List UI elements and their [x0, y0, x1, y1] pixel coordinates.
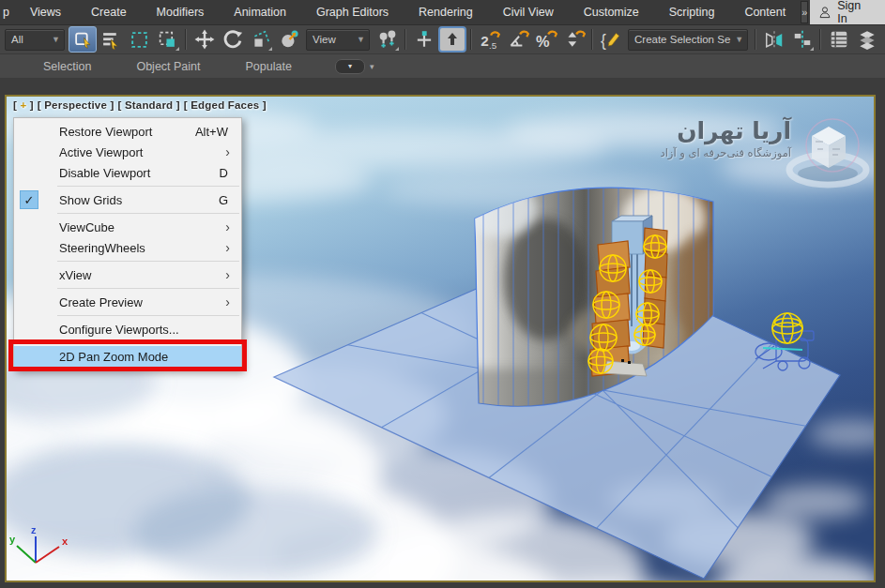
- snap-cross-icon: [414, 29, 435, 50]
- reference-coordinate-dropdown[interactable]: View ▼: [306, 29, 370, 51]
- menu-item-configure-viewports[interactable]: Configure Viewports...: [14, 319, 241, 339]
- edit-named-selection-sets-button[interactable]: {: [597, 26, 624, 53]
- select-and-place-button[interactable]: [275, 26, 302, 53]
- snap-25d-icon: 2 .5: [479, 28, 501, 51]
- named-selection-set-dropdown[interactable]: Create Selection Se ▼: [628, 29, 748, 51]
- sign-in-button[interactable]: Sign In: [810, 0, 885, 24]
- check-slot: [20, 163, 38, 182]
- menu-item-disable-viewport[interactable]: Disable Viewport D: [14, 162, 241, 183]
- rectangular-selection-icon: [130, 30, 149, 50]
- use-center-icon: [377, 29, 398, 50]
- main-toolbar: All ▼: [0, 25, 885, 53]
- submenu-arrow-icon: ›: [225, 240, 230, 255]
- select-and-move-button[interactable]: [191, 26, 218, 53]
- percent-snap-button[interactable]: %: [532, 26, 559, 53]
- menu-item-2d-pan-zoom-mode[interactable]: 2D Pan Zoom Mode: [14, 346, 241, 367]
- chevron-down-icon: ▼: [52, 35, 60, 44]
- align-button[interactable]: [788, 26, 816, 53]
- ribbon-minimize-button[interactable]: ▾: [335, 59, 365, 74]
- scene-explorer-icon: [829, 29, 849, 50]
- viewport-shading-menu[interactable]: Standard: [117, 99, 179, 111]
- menubar-item-scripting[interactable]: Scripting: [654, 0, 730, 24]
- check-slot: [20, 265, 38, 284]
- select-object-button[interactable]: [69, 26, 97, 53]
- menu-item-restore-viewport[interactable]: Restore Viewport Alt+W: [14, 121, 241, 142]
- spinner-snap-icon: [563, 28, 586, 51]
- up-arrow-icon: [443, 30, 462, 49]
- menu-item-active-viewport[interactable]: Active Viewport ›: [14, 142, 241, 162]
- chevron-down-icon: ▼: [735, 35, 743, 44]
- place-icon: [279, 29, 299, 50]
- toggle-scene-explorer-button[interactable]: [825, 26, 852, 53]
- menu-separator: [57, 288, 239, 289]
- svg-text:%: %: [536, 33, 550, 50]
- menu-separator: [57, 261, 239, 262]
- menubar-item-modifiers[interactable]: Modifiers: [142, 0, 220, 24]
- select-by-name-button[interactable]: [98, 26, 125, 53]
- snaps-toggle-button[interactable]: [438, 26, 466, 53]
- check-slot: [20, 293, 38, 311]
- submenu-arrow-icon: ›: [225, 144, 230, 159]
- select-by-name-icon: [101, 30, 121, 50]
- toolbar-divider: [185, 29, 187, 50]
- menubar-item-graph-editors[interactable]: Graph Editors: [301, 0, 404, 24]
- snap-cross-button[interactable]: [410, 26, 437, 53]
- menubar-item-create[interactable]: Create: [76, 0, 142, 24]
- move-icon: [194, 29, 215, 50]
- viewport-mode-menu[interactable]: Edged Faces: [184, 99, 267, 111]
- window-crossing-icon: [158, 30, 177, 50]
- menu-item-viewcube[interactable]: ViewCube ›: [14, 217, 241, 237]
- toolbar-divider: [819, 29, 821, 50]
- ribbon-tab-selection[interactable]: Selection: [21, 60, 114, 73]
- ribbon-options-caret[interactable]: ▾: [370, 62, 374, 71]
- svg-text:{: {: [601, 31, 606, 50]
- watermark-subtitle: آموزشگاه فنی‌حرفه ای و آزاد: [661, 146, 791, 159]
- layer-explorer-icon: [857, 29, 877, 50]
- window-crossing-toggle-button[interactable]: [154, 26, 181, 53]
- menubar-item-views[interactable]: Views: [15, 0, 76, 24]
- ribbon-tab-populate[interactable]: Populate: [223, 60, 314, 73]
- axis-z-label: z: [31, 524, 37, 535]
- selection-filter-dropdown[interactable]: All ▼: [5, 29, 65, 51]
- menu-item-steeringwheels[interactable]: SteeringWheels ›: [14, 237, 241, 258]
- align-icon: [792, 29, 813, 50]
- mirror-button[interactable]: [760, 26, 787, 53]
- submenu-arrow-icon: ›: [225, 294, 230, 309]
- toolbar-divider: [404, 29, 406, 50]
- toolbar-divider: [470, 29, 472, 50]
- menubar-item-civil-view[interactable]: Civil View: [488, 0, 569, 24]
- menubar-item-customize[interactable]: Customize: [569, 0, 654, 24]
- select-object-icon: [73, 30, 93, 50]
- viewport-general-menu[interactable]: +: [13, 99, 34, 111]
- menu-separator: [57, 213, 239, 214]
- ribbon-tab-object-paint[interactable]: Object Paint: [114, 60, 222, 73]
- rotate-icon: [222, 29, 243, 50]
- spinner-snap-button[interactable]: [560, 26, 587, 53]
- menubar-overflow-button[interactable]: »: [801, 1, 808, 23]
- select-and-rotate-button[interactable]: [219, 26, 246, 53]
- menubar-item-partial[interactable]: p: [0, 0, 15, 24]
- chevron-down-icon: ▼: [357, 35, 365, 44]
- check-slot: [20, 320, 38, 339]
- watermark: آریا تهران آموزشگاه فنی‌حرفه ای و آزاد: [661, 117, 791, 159]
- menu-item-create-preview[interactable]: Create Preview ›: [14, 292, 241, 312]
- menu-item-show-grids[interactable]: ✓ Show Grids G: [14, 189, 241, 210]
- menubar-item-animation[interactable]: Animation: [219, 0, 301, 24]
- use-center-flyout-button[interactable]: [374, 26, 401, 53]
- check-slot: [20, 143, 38, 161]
- percent-snap-icon: %: [535, 28, 557, 51]
- viewport-pov-menu[interactable]: Perspective: [38, 99, 114, 111]
- menubar-item-rendering[interactable]: Rendering: [404, 0, 488, 24]
- check-slot: [20, 122, 38, 141]
- menu-item-xview[interactable]: xView ›: [14, 264, 241, 285]
- snap-25d-button[interactable]: 2 .5: [476, 26, 503, 53]
- select-and-scale-button[interactable]: [247, 26, 274, 53]
- axis-x-label: x: [62, 535, 69, 547]
- menu-separator: [57, 315, 239, 316]
- toggle-layer-explorer-button[interactable]: [853, 26, 880, 53]
- angle-snap-button[interactable]: [504, 26, 531, 53]
- menubar-item-content[interactable]: Content: [729, 0, 801, 24]
- rectangular-selection-region-button[interactable]: [126, 26, 153, 53]
- check-slot: [20, 238, 38, 257]
- toolbar-divider: [591, 29, 593, 50]
